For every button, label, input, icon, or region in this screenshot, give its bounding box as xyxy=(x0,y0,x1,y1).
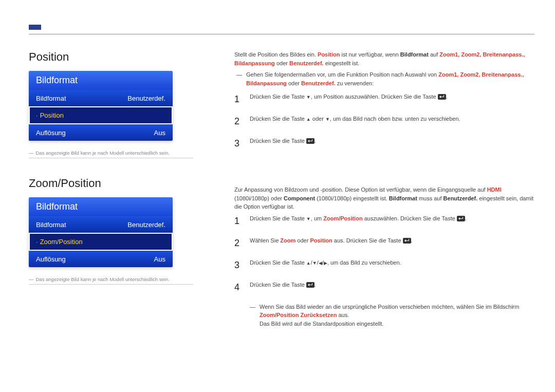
zoomposition-steps: Drücken Sie die Taste , um Zoom/Position… xyxy=(234,214,534,294)
menu-value: Benutzerdef. xyxy=(127,95,165,102)
menu-value: Benutzerdef. xyxy=(127,221,165,229)
model-note: ―Das angezeigte Bild kann je nach Modell… xyxy=(29,150,193,158)
step-3: Drücken Sie die Taste ///, um das Bild z… xyxy=(234,258,534,272)
menu-box-zoomposition: Bildformat Bildformat Benutzerdef. ·Zoom… xyxy=(29,197,173,267)
left-arrow-icon xyxy=(319,259,322,266)
menu-label: Bildformat xyxy=(36,95,66,102)
menu-label: ·Position xyxy=(36,111,64,119)
step-2: Drücken Sie die Taste oder , um das Bild… xyxy=(234,115,534,128)
header-rule xyxy=(29,34,534,34)
menu-row-aufloesung[interactable]: Auflösung Aus xyxy=(29,251,173,267)
menu-row-bildformat[interactable]: Bildformat Benutzerdef. xyxy=(29,90,173,106)
right-column: Stellt die Position des Bildes ein. Posi… xyxy=(234,50,534,333)
step-1: Drücken Sie die Taste , um Position ausz… xyxy=(234,92,534,106)
step-1: Drücken Sie die Taste , um Zoom/Position… xyxy=(234,214,534,228)
intro-text: Stellt die Position des Bildes ein. Posi… xyxy=(234,50,534,67)
enter-icon xyxy=(438,94,446,100)
menu-row-position-selected[interactable]: ·Position xyxy=(29,106,173,124)
enter-icon xyxy=(306,282,314,288)
menu-row-bildformat[interactable]: Bildformat Benutzerdef. xyxy=(29,216,173,233)
model-note: ―Das angezeigte Bild kann je nach Modell… xyxy=(29,276,193,285)
menu-label: Bildformat xyxy=(36,221,66,229)
menu-value: Aus xyxy=(154,255,165,263)
down-arrow-icon xyxy=(306,94,311,100)
menu-header: Bildformat xyxy=(29,197,173,216)
section-title-zoomposition: Zoom/Position xyxy=(29,177,203,190)
reset-note: ― Wenn Sie das Bild wieder an die ursprü… xyxy=(250,303,534,328)
svg-rect-8 xyxy=(462,217,463,219)
sub-note: ― Gehen Sie folgendermaßen vor, um die F… xyxy=(236,70,534,87)
menu-row-aufloesung[interactable]: Auflösung Aus xyxy=(29,124,173,141)
left-column: Position Bildformat Bildformat Benutzerd… xyxy=(29,50,203,333)
step-4: Drücken Sie die Taste . xyxy=(234,281,534,294)
enter-icon xyxy=(306,138,314,144)
menu-label: Auflösung xyxy=(36,255,66,263)
zoomposition-description: Zur Anpassung von Bildzoom und -position… xyxy=(234,185,534,328)
menu-value: Aus xyxy=(154,129,165,137)
enter-icon xyxy=(457,215,465,221)
page-body: Position Bildformat Bildformat Benutzerd… xyxy=(29,50,534,333)
position-description: Stellt die Position des Bildes ein. Posi… xyxy=(234,50,534,151)
up-arrow-icon xyxy=(306,116,311,122)
menu-box-position: Bildformat Bildformat Benutzerdef. ·Posi… xyxy=(29,71,173,141)
up-arrow-icon xyxy=(306,259,311,266)
step-3: Drücken Sie die Taste . xyxy=(234,137,534,151)
svg-rect-5 xyxy=(312,139,312,141)
menu-row-zoomposition-selected[interactable]: ·Zoom/Position xyxy=(29,233,173,251)
menu-header: Bildformat xyxy=(29,71,173,90)
down-arrow-icon xyxy=(325,116,330,122)
down-arrow-icon xyxy=(312,259,317,266)
svg-rect-2 xyxy=(443,95,444,97)
right-arrow-icon xyxy=(324,259,327,266)
intro-text: Zur Anpassung von Bildzoom und -position… xyxy=(234,185,534,211)
enter-icon xyxy=(403,237,411,244)
down-arrow-icon xyxy=(306,215,311,221)
svg-rect-11 xyxy=(409,239,409,241)
svg-rect-14 xyxy=(312,283,312,285)
menu-label: ·Zoom/Position xyxy=(36,238,83,246)
section-title-position: Position xyxy=(29,50,203,64)
step-2: Wählen Sie Zoom oder Position aus. Drück… xyxy=(234,236,534,250)
header-accent xyxy=(29,25,41,30)
menu-label: Auflösung xyxy=(36,129,66,137)
position-steps: Drücken Sie die Taste , um Position ausz… xyxy=(234,92,534,151)
